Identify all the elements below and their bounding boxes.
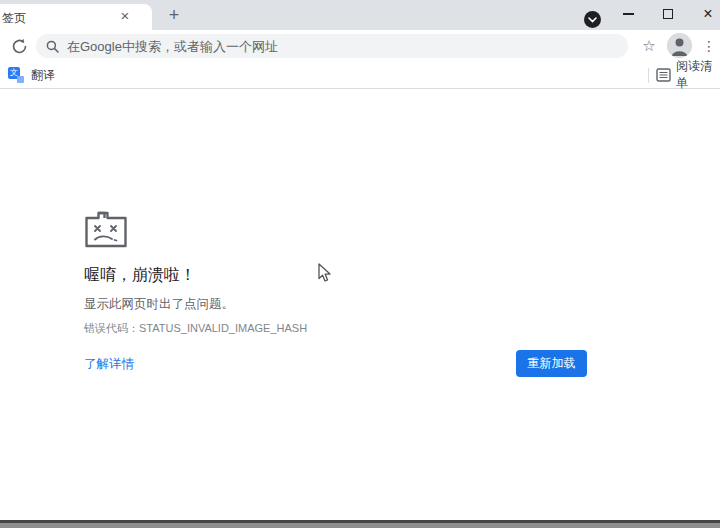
crash-error-code: 错误代码：STATUS_INVALID_IMAGE_HASH (84, 321, 307, 336)
window-close-button[interactable]: × (688, 0, 720, 28)
browser-window: 签页 × + × ☆ (0, 0, 720, 528)
bookmark-star-icon[interactable]: ☆ (636, 33, 662, 59)
reload-page-button[interactable]: 重新加载 (516, 350, 587, 377)
bookmarks-divider (648, 68, 649, 83)
omnibox[interactable] (36, 34, 628, 58)
minimize-icon (623, 13, 634, 15)
sad-folder-icon (84, 209, 128, 253)
crash-page: 喔唷，崩溃啦！ 显示此网页时出了点问题。 错误代码：STATUS_INVALID… (0, 89, 720, 520)
window-bottom-edge (0, 520, 720, 528)
reading-list-label: 阅读清单 (676, 58, 720, 92)
tab-strip: 签页 × + × (0, 0, 720, 30)
bookmark-translate-label: 翻译 (31, 67, 55, 84)
new-tab-button[interactable]: + (162, 4, 186, 28)
chevron-down-icon (588, 17, 597, 23)
tab-search-button[interactable] (584, 11, 601, 28)
browser-menu-button[interactable]: ⋮ (700, 33, 718, 59)
search-icon (46, 40, 59, 53)
maximize-icon (663, 9, 673, 19)
translate-icon: 文 (8, 67, 24, 83)
tab-close-icon[interactable]: × (116, 7, 134, 25)
learn-more-link[interactable]: 了解详情 (84, 356, 134, 373)
profile-avatar[interactable] (667, 33, 692, 58)
person-icon (667, 33, 692, 58)
reload-icon (11, 38, 28, 55)
crash-title: 喔唷，崩溃啦！ (84, 265, 196, 286)
bookmark-translate[interactable]: 文 翻译 (8, 62, 55, 88)
reading-list-button[interactable]: 阅读清单 (656, 62, 720, 88)
address-input[interactable] (67, 39, 587, 54)
reload-button[interactable] (6, 33, 32, 59)
browser-tab[interactable]: 签页 × (0, 4, 152, 30)
window-minimize-button[interactable] (608, 0, 648, 28)
toolbar: ☆ ⋮ (0, 30, 720, 62)
reading-list-icon (656, 68, 671, 82)
mouse-cursor (318, 263, 333, 287)
bookmarks-bar: 文 翻译 阅读清单 (0, 62, 720, 89)
window-maximize-button[interactable] (648, 0, 688, 28)
tab-title: 签页 (2, 10, 120, 27)
crash-subtitle: 显示此网页时出了点问题。 (84, 296, 234, 313)
